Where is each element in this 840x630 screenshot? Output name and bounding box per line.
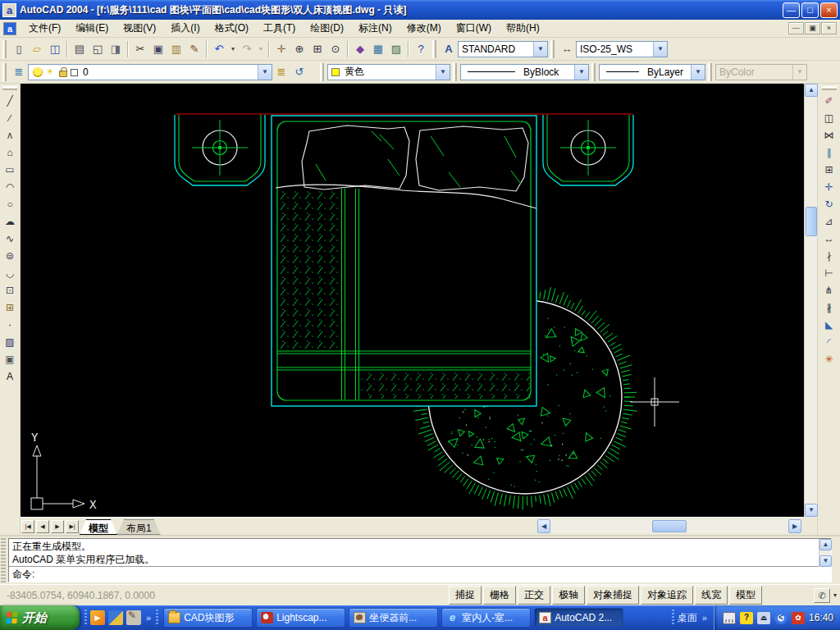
zoom-realtime-icon[interactable]: ⊕	[290, 40, 308, 58]
explode-icon[interactable]: ✳	[820, 350, 838, 368]
polyline-icon[interactable]: ʌ	[2, 126, 19, 144]
scale-icon[interactable]: ⊿	[820, 212, 838, 230]
messenger-icon[interactable]	[792, 612, 805, 624]
help-icon[interactable]: ?	[412, 40, 430, 58]
print-preview-icon[interactable]: ◱	[89, 40, 107, 58]
scroll-up-icon[interactable]: ▲	[819, 539, 832, 550]
construction-line-icon[interactable]: ∕	[2, 109, 19, 126]
tab-nav-1-icon[interactable]: |◀	[21, 520, 34, 533]
chevron-down-icon[interactable]: ▼	[533, 42, 547, 57]
tab-nav-2-icon[interactable]: ◀	[36, 520, 49, 533]
menu-item-2[interactable]: 编辑(E)	[68, 19, 116, 38]
task-lightscape[interactable]: Lightscap...	[256, 608, 345, 628]
toolbar-grip[interactable]	[550, 40, 555, 58]
communication-center-icon[interactable]: ✆	[814, 588, 830, 603]
paste-icon[interactable]: ▥	[167, 40, 185, 58]
toolbar-grip[interactable]	[84, 609, 87, 626]
menu-item-8[interactable]: 标注(N)	[351, 19, 399, 38]
dim-style-combo[interactable]: ISO-25_WS ▼	[576, 41, 668, 57]
text-style-combo[interactable]: STANDARD ▼	[458, 41, 548, 57]
offset-icon[interactable]: ∥	[820, 144, 838, 161]
tab-nav-3-icon[interactable]: ▶	[51, 520, 64, 533]
task-interior[interactable]: 室内人-室...	[441, 608, 531, 628]
toolbar-grip[interactable]	[156, 609, 158, 626]
vertical-scroll-thumb[interactable]	[806, 207, 817, 236]
maximize-button[interactable]: □	[801, 2, 819, 18]
coordinate-readout[interactable]: -83405.0754, 60940.1867, 0.0000	[3, 590, 448, 601]
make-block-icon[interactable]: ⊞	[2, 299, 19, 316]
chevron-down-icon[interactable]: ▼	[653, 42, 667, 57]
designcenter-icon[interactable]: ▦	[369, 40, 387, 58]
tool-palettes-icon[interactable]: ▨	[387, 40, 405, 58]
quick-launch-overflow-icon[interactable]: »	[144, 613, 153, 623]
drawing-canvas[interactable]: Y X	[21, 84, 804, 517]
status-toggle-极轴[interactable]: 极轴	[552, 586, 585, 605]
print-icon[interactable]: ▤	[71, 40, 89, 58]
task-cad-folder[interactable]: CAD块图形	[163, 608, 253, 628]
minimize-button[interactable]: —	[783, 2, 800, 18]
desktop-overflow-icon[interactable]: »	[701, 613, 709, 623]
lineweight-combo[interactable]: ByLayer ▼	[599, 64, 705, 80]
erase-icon[interactable]: ✐	[820, 92, 838, 109]
linetype-combo[interactable]: ByBlock ▼	[460, 64, 589, 80]
chevron-down-icon[interactable]: ▼	[258, 65, 272, 80]
child-minimize-button[interactable]: —	[788, 22, 804, 34]
polygon-icon[interactable]: ⌂	[2, 144, 19, 161]
canvas-vertical-scrollbar[interactable]: ▲ ▼	[804, 84, 817, 517]
menu-item-10[interactable]: 窗口(W)	[449, 19, 499, 38]
toolbar-grip[interactable]	[320, 63, 324, 81]
pan-realtime-icon[interactable]: ✛	[272, 40, 290, 58]
scroll-left-icon[interactable]: ◀	[537, 519, 550, 533]
chevron-down-icon[interactable]: ▼	[574, 65, 588, 80]
media-player-icon[interactable]	[90, 610, 105, 625]
rectangle-icon[interactable]: ▭	[2, 161, 19, 178]
move-icon[interactable]: ✛	[820, 178, 838, 195]
tab-model[interactable]: 模型	[80, 519, 117, 535]
text-style-icon[interactable]: A	[440, 40, 458, 58]
break-at-point-icon[interactable]: ⋔	[820, 281, 838, 299]
ellipse-arc-icon[interactable]: ◡	[2, 264, 19, 281]
extend-icon[interactable]: ⊢	[820, 264, 838, 281]
taskbar-clock[interactable]: 16:40	[809, 612, 833, 623]
save-icon[interactable]: ◫	[46, 40, 64, 58]
mirror-icon[interactable]: ⋈	[820, 126, 838, 144]
toolbar-grip[interactable]	[453, 63, 457, 81]
toolbar-grip[interactable]	[672, 609, 674, 626]
undo-icon[interactable]: ↶	[210, 40, 228, 58]
point-icon[interactable]: ·	[2, 316, 19, 333]
open-folder-icon[interactable]: ▱	[28, 40, 46, 58]
scroll-up-icon[interactable]: ▲	[805, 84, 818, 97]
child-close-button[interactable]: ×	[821, 22, 837, 34]
zoom-window-icon[interactable]: ⊞	[308, 40, 326, 58]
help-question-icon[interactable]	[740, 612, 753, 624]
copy-object-icon[interactable]: ◫	[820, 109, 838, 126]
zoom-previous-icon[interactable]: ⊙	[326, 40, 345, 58]
line-icon[interactable]: ╱	[2, 92, 19, 109]
child-restore-button[interactable]: ▣	[805, 22, 820, 34]
menu-item-4[interactable]: 插入(I)	[163, 19, 207, 38]
paint-brush-icon[interactable]	[126, 610, 141, 625]
horizontal-scroll-thumb[interactable]	[652, 520, 687, 532]
stretch-icon[interactable]: ↔	[820, 230, 838, 247]
command-prompt[interactable]: 命令:	[9, 567, 831, 582]
menu-item-11[interactable]: 帮助(H)	[499, 19, 547, 38]
properties-icon[interactable]: ◆	[351, 40, 369, 58]
ellipse-icon[interactable]: ⊜	[2, 247, 19, 264]
menu-item-5[interactable]: 格式(O)	[208, 19, 256, 38]
command-window-grip[interactable]	[1, 536, 6, 582]
copy-clip-icon[interactable]: ▣	[149, 40, 167, 58]
status-toggle-正交[interactable]: 正交	[518, 586, 550, 605]
toolbar-grip[interactable]	[2, 86, 17, 90]
show-desktop-icon[interactable]	[108, 610, 123, 625]
spline-icon[interactable]: ∿	[2, 230, 19, 247]
menu-item-1[interactable]: 文件(F)	[21, 19, 68, 38]
chevron-down-icon[interactable]: ▼	[691, 65, 705, 80]
break-icon[interactable]: ∦	[820, 299, 838, 316]
layer-manager-icon[interactable]: ≣	[10, 63, 28, 81]
array-icon[interactable]: ⊞	[820, 161, 838, 178]
menu-item-6[interactable]: 工具(T)	[256, 19, 303, 38]
tab-layout1[interactable]: 布局1	[117, 519, 161, 535]
multiline-text-icon[interactable]: A	[2, 368, 19, 385]
status-toggle-模型[interactable]: 模型	[729, 586, 762, 605]
status-toggle-栅格[interactable]: 栅格	[483, 586, 516, 605]
